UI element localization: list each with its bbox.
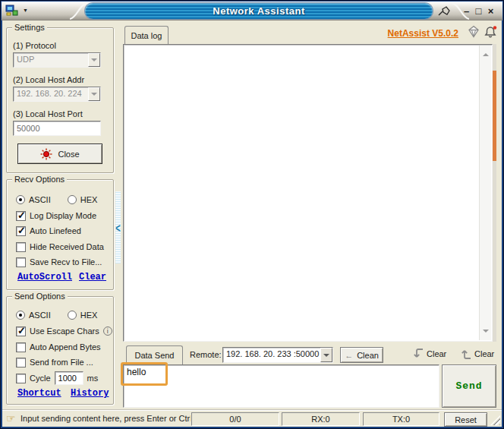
tab-data-send[interactable]: Data Send — [126, 345, 183, 364]
arrow-curve-down-icon — [413, 347, 424, 361]
save-recv-to-file-checkbox[interactable] — [16, 257, 26, 267]
resize-grip[interactable] — [490, 415, 500, 425]
protocol-label: (1) Protocol — [13, 39, 56, 52]
maximize-button[interactable]: □ — [473, 5, 484, 17]
hide-received-data-checkbox[interactable] — [16, 242, 26, 252]
save-recv-to-file-label: Save Recv to File... — [30, 257, 102, 267]
reset-button[interactable]: Reset — [444, 412, 487, 427]
panel-collapse-splitter[interactable]: < — [115, 191, 121, 263]
close-connection-button[interactable]: Close — [17, 144, 102, 164]
clear-recv-label: Clear — [427, 349, 446, 358]
auto-linefeed-label: Auto Linefeed — [30, 226, 81, 235]
send-hex-radio[interactable] — [68, 311, 77, 320]
recv-ascii-label: ASCII — [29, 195, 51, 204]
recv-hex-label: HEX — [80, 195, 98, 204]
close-connection-label: Close — [58, 150, 79, 159]
use-escape-chars-checkbox[interactable] — [16, 326, 26, 336]
clear-send-button[interactable]: Clear — [461, 347, 494, 361]
app-window: ▼ Network Assistant – □ × Settings (1) P… — [0, 0, 504, 429]
led-icon — [40, 148, 52, 160]
status-hint: Input sending content here, press Enter … — [20, 414, 191, 423]
cycle-unit-label: ms — [87, 374, 99, 383]
status-tx: TX:0 — [363, 412, 439, 426]
data-log-content — [125, 46, 477, 339]
send-ascii-label: ASCII — [29, 311, 51, 320]
data-log-scrollbar[interactable] — [479, 46, 491, 340]
protocol-value: UDP — [14, 53, 88, 67]
remote-host-select[interactable]: 192. 168. 20. 233 :50000 — [222, 347, 333, 363]
recv-options-group: Recv Options ASCII HEX Log Display Mode … — [6, 179, 114, 290]
send-hex-label: HEX — [80, 311, 98, 320]
clear-recv-button[interactable]: Clear — [413, 347, 446, 361]
send-from-file-checkbox[interactable] — [16, 358, 26, 367]
cycle-interval-input[interactable] — [55, 371, 83, 385]
dropdown-arrow-icon[interactable] — [88, 87, 100, 101]
auto-append-bytes-label: Auto Append Bytes — [30, 342, 101, 352]
send-options-group: Send Options ASCII HEX Use Escape Chars … — [6, 296, 114, 405]
body-area: Settings (1) Protocol UDP (2) Local Host… — [2, 21, 502, 427]
clear-send-label: Clear — [474, 349, 494, 358]
app-icon[interactable] — [5, 4, 19, 17]
clean-button-label: Clean — [357, 351, 379, 360]
shortcut-link[interactable]: Shortcut — [17, 388, 61, 399]
recv-clear-link[interactable]: Clear — [79, 272, 106, 282]
recv-options-title: Recv Options — [12, 175, 67, 184]
history-link[interactable]: History — [71, 388, 109, 399]
system-menu-arrow-icon[interactable]: ▼ — [23, 8, 28, 14]
notification-bell-icon[interactable] — [484, 25, 498, 39]
log-display-mode-label: Log Display Mode — [30, 211, 96, 220]
send-button-label: Send — [455, 380, 482, 392]
clean-button[interactable]: ← Clean — [340, 347, 383, 363]
settings-group-title: Settings — [12, 23, 47, 32]
local-addr-label: (2) Local Host Addr — [13, 74, 84, 86]
send-ascii-radio[interactable] — [16, 311, 25, 320]
autoscroll-link[interactable]: AutoScroll — [17, 272, 72, 282]
tab-data-log-label: Data log — [131, 31, 162, 40]
status-counter: 0/0 — [191, 412, 279, 426]
remote-host-value: 192. 168. 20. 233 :50000 — [223, 348, 320, 362]
close-window-button[interactable]: × — [485, 5, 496, 17]
edge-scroll-indicator[interactable] — [493, 71, 496, 161]
reset-button-label: Reset — [455, 415, 477, 424]
chevron-left-icon: < — [115, 221, 120, 235]
cycle-checkbox[interactable] — [16, 374, 26, 383]
title-bar[interactable]: ▼ Network Assistant – □ × — [2, 2, 502, 21]
window-title: Network Assistant — [213, 5, 304, 17]
send-input[interactable]: hello — [123, 364, 439, 408]
hide-received-data-label: Hide Received Data — [30, 242, 104, 251]
scroll-up-icon[interactable] — [483, 50, 489, 56]
left-arrow-icon: ← — [345, 351, 353, 360]
send-button[interactable]: Send — [442, 364, 496, 408]
auto-linefeed-checkbox[interactable] — [16, 226, 26, 236]
settings-group: Settings (1) Protocol UDP (2) Local Host… — [6, 27, 114, 173]
auto-append-bytes-checkbox[interactable] — [16, 342, 26, 352]
minimize-button[interactable]: – — [461, 5, 472, 17]
pointing-hand-icon: ☞ — [6, 412, 16, 424]
tab-data-log[interactable]: Data log — [124, 26, 169, 44]
info-icon[interactable]: i — [103, 326, 112, 336]
diamond-icon[interactable] — [467, 25, 480, 38]
log-display-mode-checkbox[interactable] — [16, 211, 26, 221]
dropdown-arrow-icon[interactable] — [88, 53, 100, 67]
recv-ascii-radio[interactable] — [16, 195, 25, 204]
local-port-label: (3) Local Host Port — [13, 108, 83, 120]
local-port-input[interactable] — [13, 121, 101, 136]
version-link[interactable]: NetAssist V5.0.2 — [386, 28, 458, 39]
pin-icon[interactable] — [437, 5, 451, 17]
status-bar: ☞ Input sending content here, press Ente… — [2, 409, 502, 427]
send-options-title: Send Options — [12, 292, 68, 301]
data-log-area[interactable] — [123, 44, 493, 342]
title-pill: Network Assistant — [85, 3, 433, 19]
send-from-file-label: Send from File ... — [30, 358, 93, 367]
scroll-down-icon[interactable] — [483, 330, 489, 336]
arrow-curve-up-icon — [461, 347, 471, 361]
status-rx: RX:0 — [282, 412, 360, 426]
local-addr-select[interactable]: 192. 168. 20. 224 — [13, 87, 101, 102]
dropdown-arrow-icon[interactable] — [320, 348, 332, 362]
cycle-label: Cycle — [30, 374, 51, 383]
recv-hex-radio[interactable] — [68, 195, 77, 204]
remote-label: Remote: — [190, 350, 222, 359]
protocol-select[interactable]: UDP — [13, 52, 101, 68]
tab-data-send-label: Data Send — [135, 351, 175, 360]
use-escape-chars-label: Use Escape Chars — [30, 326, 99, 336]
